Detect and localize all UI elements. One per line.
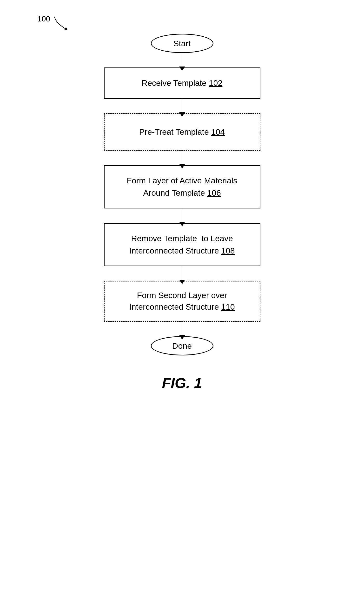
- step-110-label: Form Second Layer overInterconnected Str…: [129, 290, 235, 312]
- step-104-number: 104: [211, 127, 225, 136]
- step-104-label: Pre-Treat Template 104: [139, 126, 225, 138]
- flowchart: Start Receive Template 102 Pre-Treat Tem…: [104, 34, 260, 355]
- arrow-2: [182, 99, 182, 113]
- arrow-3: [182, 151, 182, 165]
- page-container: 100 Start Receive Template 102 Pre-Treat…: [0, 0, 364, 594]
- figure-number: 100: [37, 14, 50, 23]
- done-label: Done: [172, 341, 192, 351]
- step-110-number: 110: [221, 302, 235, 311]
- arrow-4: [182, 209, 182, 223]
- arrow-5: [182, 266, 182, 281]
- svg-marker-0: [64, 27, 67, 30]
- step-form-second-layer: Form Second Layer overInterconnected Str…: [104, 281, 260, 322]
- arrow-indicator-icon: [52, 15, 71, 31]
- step-106-label: Form Layer of Active MaterialsAround Tem…: [127, 175, 237, 199]
- start-label: Start: [174, 39, 191, 48]
- step-108-number: 108: [221, 246, 235, 255]
- step-102-label: Receive Template 102: [142, 77, 222, 89]
- arrow-6: [182, 322, 182, 336]
- step-receive-template: Receive Template 102: [104, 68, 260, 99]
- step-pretreat-template: Pre-Treat Template 104: [104, 113, 260, 151]
- step-102-number: 102: [209, 78, 222, 88]
- start-node: Start: [151, 34, 213, 53]
- step-form-layer: Form Layer of Active MaterialsAround Tem…: [104, 165, 260, 209]
- figure-caption: FIG. 1: [162, 375, 202, 391]
- step-remove-template: Remove Template to LeaveInterconnected S…: [104, 223, 260, 266]
- arrow-1: [182, 53, 182, 68]
- step-106-number: 106: [207, 188, 221, 197]
- figure-reference-label: 100: [37, 14, 71, 31]
- step-108-label: Remove Template to LeaveInterconnected S…: [129, 232, 235, 257]
